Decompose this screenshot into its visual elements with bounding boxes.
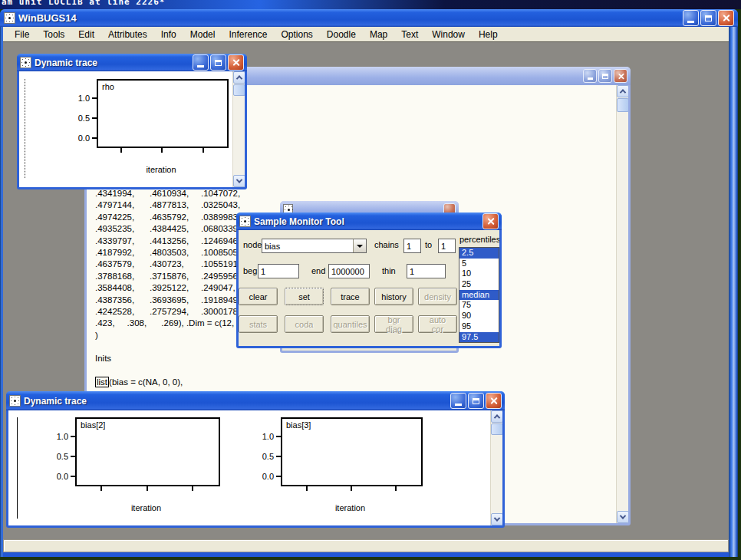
chains-from-input[interactable]	[403, 239, 421, 253]
minimize-icon	[197, 65, 204, 68]
sample-monitor-tool-dialog: Sample Monitor Tool node bias chains to …	[236, 212, 502, 348]
percentiles-listbox[interactable]: 2.551025median75909597.5	[459, 247, 499, 343]
scroll-up-button[interactable]	[491, 410, 502, 423]
end-input[interactable]	[328, 264, 370, 278]
trace-minimize-button[interactable]	[450, 393, 466, 409]
maximize-button[interactable]	[700, 10, 716, 26]
scroll-up-button[interactable]	[233, 71, 245, 84]
trace-top-titlebar[interactable]: Dynamic trace	[17, 54, 247, 71]
close-icon	[722, 14, 730, 22]
doc-maximize-button[interactable]	[598, 69, 612, 83]
minimize-button[interactable]	[683, 10, 699, 26]
margin-marker	[17, 417, 18, 519]
scroll-down-button[interactable]	[617, 511, 628, 523]
menu-item[interactable]: Inference	[222, 28, 274, 41]
doc-minimize-button[interactable]	[583, 69, 597, 83]
menu-item[interactable]: Doodle	[320, 28, 363, 41]
percentile-item[interactable]: 25	[459, 279, 499, 290]
plot-frame: bias[3]	[281, 417, 423, 486]
smt-titlebar[interactable]: Sample Monitor Tool	[236, 212, 502, 230]
menu-item[interactable]: Options	[275, 28, 320, 41]
close-button[interactable]	[718, 10, 734, 26]
menu-item[interactable]: Help	[472, 28, 505, 41]
combo-dropdown-button[interactable]	[353, 239, 366, 252]
trace-close-button[interactable]	[228, 54, 244, 71]
smt-action-button[interactable]: density	[418, 288, 457, 305]
x-tick	[395, 486, 397, 491]
smt-action-button[interactable]: bgr diag	[374, 315, 413, 333]
close-icon	[617, 72, 624, 79]
smt-content: node bias chains to percentiles 2.551025…	[239, 230, 499, 346]
node-label: node	[243, 240, 262, 249]
minimize-icon	[588, 77, 593, 80]
window-border-right	[729, 25, 738, 557]
trace-bottom-titlebar[interactable]: Dynamic trace	[6, 391, 505, 410]
y-tick: 0.0	[262, 472, 281, 481]
smt-action-button[interactable]: history	[374, 288, 413, 305]
plot-title: bias[3]	[286, 420, 311, 430]
smt-action-button[interactable]: auto cor	[418, 315, 457, 333]
node-combobox[interactable]: bias	[262, 239, 367, 253]
inits-label: Inits	[95, 353, 242, 364]
percentile-item[interactable]: 97.5	[459, 332, 499, 343]
trace-bottom-title: Dynamic trace	[24, 396, 447, 407]
doc-close-button[interactable]	[614, 69, 627, 83]
menu-item[interactable]: Attributes	[101, 28, 154, 41]
percentile-item[interactable]: 10	[459, 268, 499, 279]
percentile-item[interactable]: 95	[459, 321, 499, 332]
y-tick: 0.5	[78, 114, 97, 123]
menu-item[interactable]: Info	[154, 28, 183, 41]
thin-input[interactable]	[407, 264, 446, 278]
smt-close-button[interactable]	[482, 213, 499, 229]
scroll-thumb[interactable]	[617, 98, 628, 112]
percentile-item[interactable]: 2.5	[459, 248, 499, 259]
main-titlebar[interactable]: WinBUGS14	[0, 9, 738, 27]
menu-item[interactable]: Window	[425, 28, 472, 41]
smt-action-button[interactable]: quantiles	[331, 315, 370, 333]
status-bar	[3, 539, 729, 552]
scroll-down-button[interactable]	[491, 513, 502, 525]
percentile-item[interactable]: 5	[459, 259, 499, 269]
trace-close-button[interactable]	[486, 393, 502, 409]
close-icon	[489, 397, 498, 405]
selected-word[interactable]: list	[95, 377, 109, 387]
percentile-item[interactable]: median	[459, 290, 499, 301]
trace-minimize-button[interactable]	[193, 54, 209, 71]
scroll-thumb[interactable]	[491, 423, 502, 435]
winbugs-app-icon	[9, 395, 21, 407]
x-tick	[120, 148, 122, 153]
smt-action-button[interactable]: clear	[239, 288, 278, 305]
margin-marker	[25, 79, 25, 178]
smt-action-button[interactable]: stats	[239, 315, 278, 333]
trace-maximize-button[interactable]	[210, 54, 226, 71]
beg-input[interactable]	[258, 264, 299, 278]
menu-item[interactable]: Tools	[36, 28, 71, 41]
menu-item[interactable]: File	[8, 28, 36, 41]
menu-item[interactable]: Model	[183, 28, 222, 41]
smt-action-button[interactable]: trace	[331, 288, 370, 305]
smt-action-button[interactable]: set	[285, 288, 324, 305]
scroll-down-button[interactable]	[233, 175, 245, 187]
data-line: .4974225,.4635792,.0389983,	[95, 212, 242, 223]
data-line: .3788168,.3715876,.2495956,	[95, 271, 242, 282]
smt-action-button[interactable]: coda	[285, 315, 324, 333]
chains-to-input[interactable]	[438, 239, 456, 253]
doc-scrollbar[interactable]	[616, 85, 628, 523]
x-tick	[306, 486, 308, 491]
data-line: .4341994,.4610934,.1047072,	[95, 188, 242, 199]
data-line: .4187992,.4803503,.1008505,	[95, 247, 242, 259]
trace-maximize-button[interactable]	[468, 393, 484, 409]
trace-top-scrollbar[interactable]	[232, 71, 245, 187]
screen: { "colors": { "active_title": "#2360DE",…	[0, 0, 741, 560]
menu-item[interactable]: Edit	[71, 28, 101, 41]
close-icon	[232, 58, 240, 67]
menu-bar: FileToolsEditAttributesInfoModelInferenc…	[3, 27, 729, 41]
trace-bottom-scrollbar[interactable]	[490, 410, 502, 525]
menu-item[interactable]: Map	[363, 28, 394, 41]
percentile-item[interactable]: 90	[459, 311, 499, 321]
menu-item[interactable]: Text	[394, 28, 425, 41]
scroll-up-button[interactable]	[617, 85, 628, 97]
y-tick: 0.5	[262, 452, 281, 461]
percentile-item[interactable]: 75	[459, 300, 499, 311]
scroll-thumb[interactable]	[233, 84, 245, 96]
